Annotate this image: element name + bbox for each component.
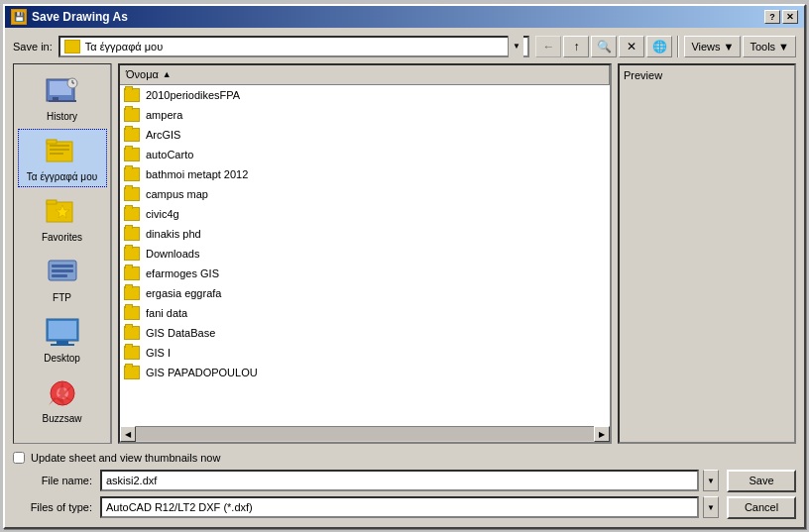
favorites-icon	[43, 194, 82, 230]
list-item[interactable]: GIS I	[120, 343, 610, 363]
update-thumbnails-label: Update sheet and view thumbnails now	[31, 452, 220, 464]
list-item[interactable]: dinakis phd	[120, 224, 610, 244]
svg-rect-8	[47, 140, 57, 144]
sidebar-item-desktop[interactable]: Desktop	[18, 310, 107, 369]
sidebar-item-favorites[interactable]: Favorites	[18, 189, 107, 248]
save-in-dropdown[interactable]: Τα έγγραφά μου ▼	[58, 36, 530, 57]
update-thumbnails-checkbox[interactable]	[13, 452, 25, 464]
views-arrow: ▼	[724, 41, 735, 53]
file-list-header: Όνομα ▲	[120, 65, 610, 85]
file-list-area: Όνομα ▲ 2010periodikesFPAamperaArcGISaut…	[118, 63, 612, 444]
search-button[interactable]: 🔍	[591, 36, 617, 57]
list-item[interactable]: 2010periodikesFPA	[120, 85, 610, 105]
folder-icon	[64, 40, 80, 53]
sidebar-label-buzzsaw: Buzzsaw	[20, 413, 104, 424]
list-item[interactable]: civic4g	[120, 204, 610, 224]
preview-content	[624, 85, 790, 438]
folder-icon	[124, 346, 140, 360]
up-button[interactable]: ↑	[563, 36, 589, 57]
svg-rect-17	[52, 269, 73, 272]
file-item-label: ArcGIS	[146, 129, 180, 141]
hscroll-left-button[interactable]: ◀	[120, 426, 136, 442]
title-buttons: ? ✕	[764, 10, 798, 24]
horizontal-scrollbar[interactable]: ◀ ▶	[120, 426, 610, 442]
list-item[interactable]: GIS PAPADOPOULOU	[120, 363, 610, 382]
ftp-icon	[43, 255, 82, 290]
back-button[interactable]: ←	[535, 36, 561, 57]
cancel-button[interactable]: Cancel	[727, 496, 796, 519]
buzzsaw-icon	[43, 375, 82, 411]
svg-rect-10	[50, 149, 69, 151]
save-button-label: Save	[749, 475, 773, 486]
svg-rect-9	[50, 145, 69, 147]
list-item[interactable]: ergasia eggrafa	[120, 283, 610, 303]
list-item[interactable]: efarmoges GIS	[120, 264, 610, 283]
file-item-label: 2010periodikesFPA	[146, 89, 240, 101]
file-item-label: Downloads	[146, 248, 199, 260]
list-item[interactable]: ampera	[120, 105, 610, 125]
mydocs-icon	[43, 134, 82, 169]
desktop-icon	[43, 315, 82, 351]
list-item[interactable]: campus map	[120, 184, 610, 204]
help-button[interactable]: ?	[764, 10, 780, 24]
column-header-name[interactable]: Όνομα ▲	[120, 65, 610, 84]
save-in-value: Τα έγγραφά μου	[64, 40, 509, 53]
file-type-arrow[interactable]: ▼	[703, 496, 719, 518]
file-type-dropdown[interactable]: AutoCAD R12/LT2 DXF (*.dxf)	[100, 496, 699, 518]
file-item-label: campus map	[146, 188, 208, 200]
folder-icon	[124, 88, 140, 102]
file-item-label: efarmoges GIS	[146, 267, 219, 279]
main-area: History Τα έγγραφά μου	[13, 63, 796, 444]
folder-icon	[124, 167, 140, 181]
svg-rect-18	[52, 274, 67, 277]
hscroll-right-button[interactable]: ▶	[594, 426, 610, 442]
sidebar-item-buzzsaw[interactable]: Buzzsaw	[18, 371, 107, 429]
save-drawing-dialog: 💾 Save Drawing As ? ✕ Save in: Τα έγγραφ…	[3, 4, 806, 529]
svg-rect-13	[47, 200, 57, 204]
checkbox-row: Update sheet and view thumbnails now	[13, 450, 796, 466]
list-item[interactable]: bathmoi metapt 2012	[120, 164, 610, 184]
column-name-label: Όνομα	[126, 68, 159, 80]
sidebar-label-mydocs: Τα έγγραφά μου	[20, 171, 104, 182]
save-in-arrow[interactable]: ▼	[508, 36, 523, 57]
bottom-section: Update sheet and view thumbnails now Fil…	[13, 450, 796, 519]
sidebar-item-mydocs[interactable]: Τα έγγραφά μου	[18, 129, 107, 187]
file-item-label: ergasia eggrafa	[146, 287, 221, 299]
toolbar-separator	[677, 36, 679, 57]
file-type-row: Files of type: AutoCAD R12/LT2 DXF (*.dx…	[13, 496, 796, 519]
views-button[interactable]: Views ▼	[684, 36, 741, 57]
folder-icon	[124, 286, 140, 300]
save-button[interactable]: Save	[727, 470, 796, 492]
file-list-scroll[interactable]: 2010periodikesFPAamperaArcGISautoCartoba…	[120, 85, 610, 426]
file-item-label: bathmoi metapt 2012	[146, 168, 248, 180]
list-item[interactable]: autoCarto	[120, 145, 610, 164]
history-icon	[43, 73, 82, 109]
sort-arrow: ▲	[163, 69, 172, 79]
list-item[interactable]: fani data	[120, 303, 610, 323]
file-item-label: GIS PAPADOPOULOU	[146, 367, 258, 378]
list-item[interactable]: ArcGIS	[120, 125, 610, 145]
file-name-input[interactable]	[100, 470, 699, 491]
file-item-label: autoCarto	[146, 149, 193, 160]
file-name-input-area: ▼	[100, 470, 719, 491]
dialog-title: Save Drawing As	[32, 10, 128, 24]
list-item[interactable]: GIS DataBase	[120, 323, 610, 343]
network-button[interactable]: 🌐	[646, 36, 672, 57]
sidebar-label-desktop: Desktop	[20, 353, 104, 364]
delete-button[interactable]: ✕	[619, 36, 644, 57]
preview-box: Preview	[618, 63, 796, 444]
file-name-arrow[interactable]: ▼	[703, 470, 719, 491]
folder-icon	[124, 247, 140, 261]
cancel-button-label: Cancel	[745, 501, 778, 513]
list-item[interactable]: Downloads	[120, 244, 610, 264]
tools-arrow: ▼	[778, 41, 789, 53]
folder-icon	[124, 366, 140, 379]
sidebar: History Τα έγγραφά μου	[13, 63, 112, 444]
sidebar-label-favorites: Favorites	[20, 232, 104, 243]
tools-button[interactable]: Tools ▼	[743, 36, 796, 57]
sidebar-item-history[interactable]: History	[18, 68, 107, 127]
file-list-container: Όνομα ▲ 2010periodikesFPAamperaArcGISaut…	[118, 63, 612, 444]
close-button[interactable]: ✕	[782, 10, 798, 24]
sidebar-item-ftp[interactable]: FTP	[18, 250, 107, 308]
svg-rect-2	[53, 97, 58, 100]
